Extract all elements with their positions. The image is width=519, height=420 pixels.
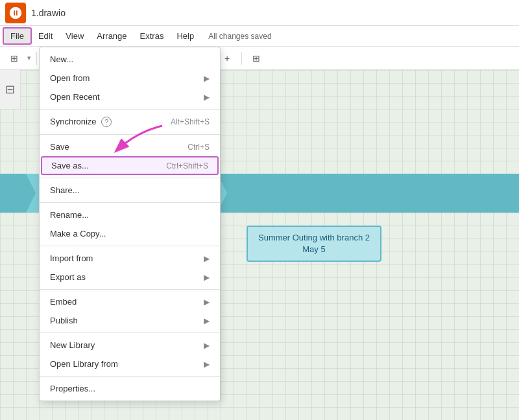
submenu-arrow-open-from: ▶ — [204, 74, 210, 83]
sep-1 — [40, 109, 220, 110]
menu-extras[interactable]: Extras — [134, 29, 171, 43]
synchronize-shortcut: Alt+Shift+S — [171, 117, 210, 126]
save-as-shortcut: Ctrl+Shift+S — [166, 161, 208, 170]
menu-save-as[interactable]: Save as... Ctrl+Shift+S — [41, 156, 219, 175]
menu-synchronize[interactable]: Synchronize ? Alt+Shift+S — [40, 112, 220, 132]
menu-open-recent-label: Open Recent — [50, 92, 100, 102]
menu-open-from[interactable]: Open from ▶ — [40, 69, 220, 88]
sep-2 — [40, 134, 220, 135]
menu-bar: File Edit View Arrange Extras Help All c… — [0, 26, 519, 47]
sep-5 — [40, 246, 220, 246]
menu-view[interactable]: View — [59, 29, 90, 43]
sep-6 — [40, 289, 220, 290]
menu-help[interactable]: Help — [170, 29, 200, 43]
sep-4 — [40, 202, 220, 203]
menu-new-library-label: New Library — [50, 340, 95, 350]
submenu-arrow-publish: ▶ — [204, 316, 210, 325]
menu-open-recent[interactable]: Open Recent ▶ — [40, 88, 220, 106]
menu-open-library[interactable]: Open Library from ▶ — [40, 355, 220, 373]
app-logo — [5, 3, 26, 23]
submenu-arrow-open-library: ▶ — [204, 360, 210, 369]
menu-file[interactable]: File — [3, 27, 32, 45]
menu-save-label: Save — [50, 142, 69, 152]
menu-publish[interactable]: Publish ▶ — [40, 311, 220, 330]
menu-save-as-label: Save as... — [51, 161, 89, 170]
menu-save[interactable]: Save Ctrl+S — [40, 137, 220, 156]
menu-make-copy-label: Make a Copy... — [50, 229, 106, 239]
menu-open-library-label: Open Library from — [50, 359, 118, 369]
save-shortcut: Ctrl+S — [187, 143, 210, 152]
app-title: 1.drawio — [31, 8, 66, 18]
menu-rename[interactable]: Rename... — [40, 205, 220, 224]
submenu-arrow-open-recent: ▶ — [204, 93, 210, 102]
sep-7 — [40, 332, 220, 333]
menu-embed-label: Embed — [50, 297, 77, 307]
synchronize-help: ? — [101, 117, 112, 127]
menu-share[interactable]: Share... — [40, 181, 220, 200]
save-status: All changes saved — [208, 32, 271, 41]
title-bar: 1.drawio — [0, 0, 519, 26]
menu-arrange[interactable]: Arrange — [90, 29, 133, 43]
menu-import-from[interactable]: Import from ▶ — [40, 249, 220, 268]
menu-make-copy[interactable]: Make a Copy... — [40, 224, 220, 243]
menu-import-from-label: Import from — [50, 253, 93, 263]
submenu-arrow-export: ▶ — [204, 273, 210, 282]
menu-export-as[interactable]: Export as ▶ — [40, 268, 220, 286]
menu-properties[interactable]: Properties... — [40, 379, 220, 398]
file-menu-overlay[interactable]: New... Open from ▶ Open Recent ▶ Synchro… — [0, 47, 519, 420]
sep-8 — [40, 376, 220, 377]
menu-new-library[interactable]: New Library ▶ — [40, 336, 220, 355]
file-dropdown: New... Open from ▶ Open Recent ▶ Synchro… — [39, 47, 221, 401]
menu-rename-label: Rename... — [50, 210, 89, 220]
menu-new-label: New... — [50, 54, 73, 64]
menu-new[interactable]: New... — [40, 50, 220, 69]
submenu-arrow-new-library: ▶ — [204, 341, 210, 350]
menu-share-label: Share... — [50, 185, 80, 195]
menu-open-from-label: Open from — [50, 73, 90, 83]
sep-3 — [40, 178, 220, 178]
menu-properties-label: Properties... — [50, 384, 95, 393]
submenu-arrow-import: ▶ — [204, 254, 210, 263]
menu-export-as-label: Export as — [50, 272, 86, 282]
menu-synchronize-label: Synchronize ? — [50, 117, 112, 127]
submenu-arrow-embed: ▶ — [204, 298, 210, 307]
menu-edit[interactable]: Edit — [32, 29, 59, 43]
menu-publish-label: Publish — [50, 316, 78, 325]
menu-embed[interactable]: Embed ▶ — [40, 292, 220, 311]
